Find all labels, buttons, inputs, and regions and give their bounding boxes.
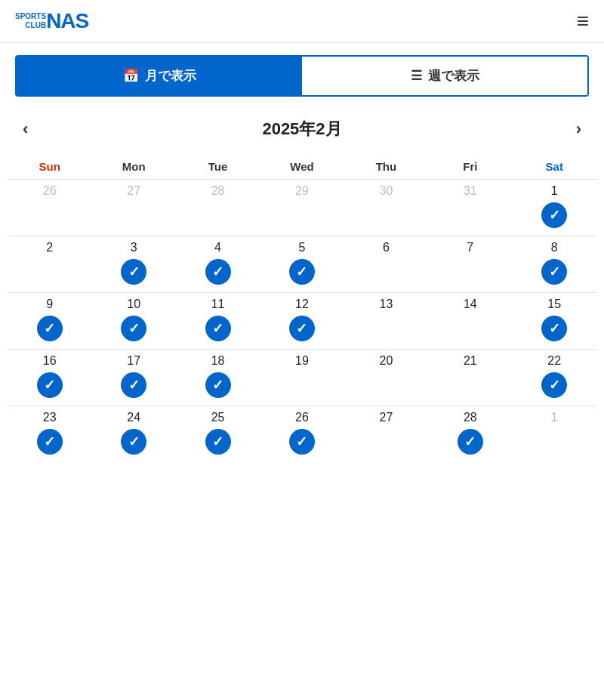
- table-row: 14: [428, 293, 512, 350]
- calendar-month-title: 2025年2月: [262, 118, 341, 140]
- day-number: 26: [11, 184, 88, 198]
- day-number: 9: [11, 298, 88, 311]
- empty-day: [431, 316, 509, 341]
- calendar-navigation: ‹ 2025年2月 ›: [0, 109, 604, 154]
- check-icon[interactable]: [289, 316, 315, 341]
- day-number: 19: [263, 354, 341, 368]
- check-icon[interactable]: [37, 429, 63, 455]
- empty-day: [431, 202, 509, 228]
- table-row[interactable]: 18: [176, 350, 260, 406]
- week-row-1: 2627282930311: [8, 180, 596, 236]
- calendar-icon: 📅: [123, 68, 139, 84]
- day-number: 15: [516, 298, 593, 311]
- check-icon[interactable]: [541, 316, 567, 341]
- hamburger-menu-icon[interactable]: ≡: [577, 9, 589, 33]
- check-icon[interactable]: [205, 259, 231, 285]
- empty-day: [516, 429, 593, 455]
- table-row[interactable]: 1: [513, 180, 596, 236]
- table-row[interactable]: 12: [260, 293, 344, 350]
- table-row[interactable]: 16: [8, 350, 91, 406]
- table-row[interactable]: 10: [91, 293, 175, 350]
- day-number: 6: [347, 241, 425, 254]
- check-icon[interactable]: [205, 429, 231, 455]
- day-number: 21: [431, 354, 509, 368]
- header-thu: Thu: [344, 154, 428, 180]
- check-icon[interactable]: [121, 372, 146, 398]
- check-icon[interactable]: [289, 259, 315, 285]
- table-row[interactable]: 8: [513, 236, 596, 293]
- check-icon[interactable]: [121, 429, 146, 455]
- monthly-view-button[interactable]: 📅 月で表示: [17, 57, 302, 95]
- day-number: 23: [11, 411, 88, 424]
- weekday-header-row: Sun Mon Tue Wed Thu Fri Sat: [8, 154, 596, 180]
- next-month-button[interactable]: ›: [569, 116, 589, 142]
- day-number: 10: [94, 298, 172, 311]
- header-fri: Fri: [428, 154, 512, 180]
- header-wed: Wed: [260, 154, 344, 180]
- empty-day: [347, 259, 425, 285]
- empty-day: [431, 372, 509, 398]
- table-row[interactable]: 11: [176, 293, 260, 350]
- table-row[interactable]: 25: [176, 406, 260, 463]
- table-row[interactable]: 26: [260, 406, 344, 463]
- day-number: 3: [94, 241, 172, 254]
- check-icon[interactable]: [205, 316, 231, 341]
- week-row-5: 2324252627281: [8, 406, 596, 463]
- table-row: 30: [344, 180, 428, 236]
- check-icon[interactable]: [541, 202, 567, 228]
- check-icon[interactable]: [541, 372, 567, 398]
- day-number: 22: [516, 354, 593, 368]
- table-row[interactable]: 17: [91, 350, 175, 406]
- table-row: 28: [176, 180, 260, 236]
- table-row[interactable]: 24: [91, 406, 175, 463]
- logo-sports-club-text: SPORTS CLUB: [15, 12, 46, 30]
- check-icon[interactable]: [289, 429, 315, 455]
- header-sun: Sun: [8, 154, 91, 180]
- table-row: 7: [428, 236, 512, 293]
- weekly-view-button[interactable]: ☰ 週で表示: [302, 57, 587, 95]
- day-number: 17: [94, 354, 172, 368]
- day-number: 1: [516, 184, 593, 198]
- week-row-2: 2345678: [8, 236, 596, 293]
- check-icon[interactable]: [37, 372, 63, 398]
- table-row: 27: [91, 180, 175, 236]
- empty-day: [11, 202, 88, 228]
- table-row: 27: [344, 406, 428, 463]
- table-row[interactable]: 5: [260, 236, 344, 293]
- day-number: 31: [431, 184, 509, 198]
- empty-day: [347, 316, 425, 341]
- table-row: 1: [513, 406, 596, 463]
- day-number: 20: [347, 354, 425, 368]
- day-number: 27: [347, 411, 425, 424]
- table-row: 13: [344, 293, 428, 350]
- table-row: 29: [260, 180, 344, 236]
- day-number: 14: [431, 298, 509, 311]
- table-row[interactable]: 9: [8, 293, 91, 350]
- week-row-3: 9101112131415: [8, 293, 596, 350]
- check-icon[interactable]: [541, 259, 567, 285]
- monthly-view-label: 月で表示: [145, 67, 196, 85]
- table-row[interactable]: 3: [91, 236, 175, 293]
- table-row[interactable]: 15: [513, 293, 596, 350]
- table-row[interactable]: 23: [8, 406, 91, 463]
- check-icon[interactable]: [37, 316, 63, 341]
- check-icon[interactable]: [205, 372, 231, 398]
- day-number: 30: [347, 184, 425, 198]
- empty-day: [347, 372, 425, 398]
- day-number: 2: [11, 241, 88, 254]
- check-icon[interactable]: [121, 259, 146, 285]
- logo: SPORTS CLUB NAS: [15, 9, 88, 33]
- table-row: 19: [260, 350, 344, 406]
- day-number: 16: [11, 354, 88, 368]
- header-sat: Sat: [513, 154, 596, 180]
- check-icon[interactable]: [121, 316, 146, 341]
- table-row[interactable]: 4: [176, 236, 260, 293]
- view-toggle: 📅 月で表示 ☰ 週で表示: [15, 55, 589, 97]
- table-row[interactable]: 28: [428, 406, 512, 463]
- table-row[interactable]: 22: [513, 350, 596, 406]
- prev-month-button[interactable]: ‹: [15, 116, 35, 142]
- empty-day: [179, 202, 257, 228]
- check-icon[interactable]: [458, 429, 483, 455]
- weekly-view-label: 週で表示: [428, 67, 479, 85]
- day-number: 28: [431, 411, 509, 424]
